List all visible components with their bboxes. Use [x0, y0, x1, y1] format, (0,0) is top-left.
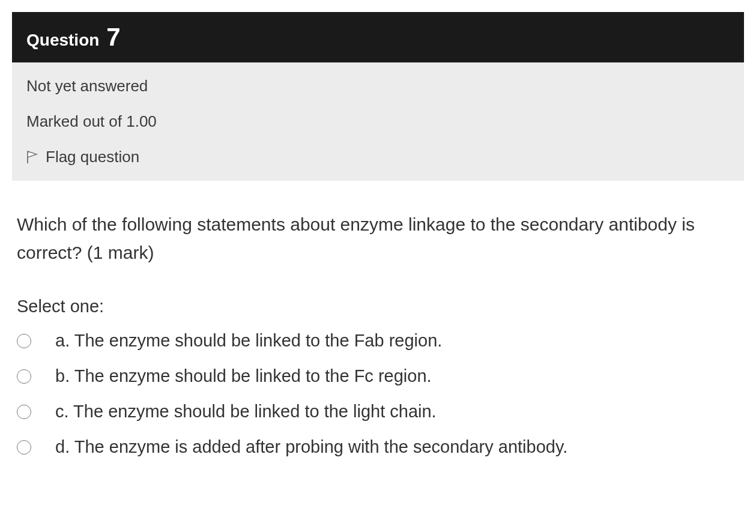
flag-label: Flag question — [46, 148, 139, 166]
question-text: Which of the following statements about … — [17, 211, 739, 267]
radio-b[interactable] — [17, 369, 31, 384]
radio-d[interactable] — [17, 440, 31, 455]
status-text: Not yet answered — [26, 77, 730, 95]
option-c[interactable]: c. The enzyme should be linked to the li… — [17, 402, 739, 422]
option-b-text: b. The enzyme should be linked to the Fc… — [48, 366, 432, 386]
question-number: 7 — [106, 23, 120, 51]
option-b[interactable]: b. The enzyme should be linked to the Fc… — [17, 366, 739, 386]
question-label: Question — [26, 31, 99, 49]
option-c-text: c. The enzyme should be linked to the li… — [48, 402, 437, 422]
marks-text: Marked out of 1.00 — [26, 112, 730, 131]
flag-question-link[interactable]: Flag question — [26, 148, 730, 166]
options-list: a. The enzyme should be linked to the Fa… — [17, 331, 739, 457]
radio-a[interactable] — [17, 334, 31, 348]
option-a-text: a. The enzyme should be linked to the Fa… — [48, 331, 442, 351]
option-d-text: d. The enzyme is added after probing wit… — [48, 437, 567, 457]
flag-icon — [26, 150, 38, 165]
select-label: Select one: — [17, 297, 739, 316]
question-header: Question 7 — [12, 12, 744, 62]
question-body: Which of the following statements about … — [12, 181, 744, 457]
radio-c[interactable] — [17, 405, 31, 419]
option-d[interactable]: d. The enzyme is added after probing wit… — [17, 437, 739, 457]
option-a[interactable]: a. The enzyme should be linked to the Fa… — [17, 331, 739, 351]
question-container: Question 7 Not yet answered Marked out o… — [0, 0, 756, 469]
info-panel: Not yet answered Marked out of 1.00 Flag… — [12, 62, 744, 181]
